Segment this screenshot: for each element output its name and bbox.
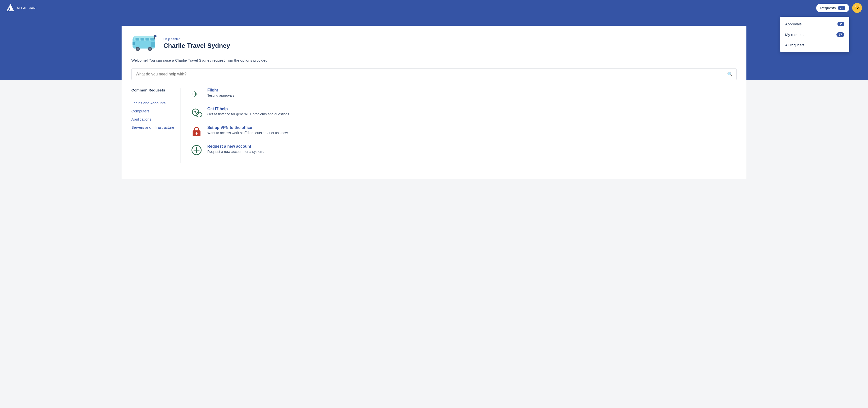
search-icon: 🔍	[727, 71, 733, 77]
it-help-title[interactable]: Get IT help	[207, 107, 737, 111]
dropdown-item-all-requests[interactable]: All requests	[780, 40, 849, 50]
new-account-icon	[191, 144, 203, 156]
svg-rect-15	[154, 35, 155, 39]
dropdown-item-my-requests[interactable]: My requests 27	[780, 29, 849, 40]
atlassian-logo-icon	[6, 3, 15, 12]
svg-point-14	[149, 48, 151, 50]
flight-title[interactable]: Flight	[207, 88, 737, 92]
nav-item-applications[interactable]: Applications	[131, 117, 175, 121]
dropdown-my-requests-badge: 27	[836, 32, 844, 37]
svg-text:✈: ✈	[192, 90, 199, 99]
avatar-emoji: 🐱	[854, 5, 861, 11]
new-account-details: Request a new account Request a new acco…	[207, 144, 737, 154]
it-help-description: Get assistance for general IT problems a…	[207, 112, 737, 116]
svg-text:···: ···	[198, 114, 200, 116]
content-layout: Common Requests Logins and Accounts Comp…	[131, 88, 737, 163]
welcome-text: Welcome! You can raise a Charlie Travel …	[131, 58, 737, 62]
requests-count-badge: 29	[838, 6, 845, 10]
dropdown-my-requests-label: My requests	[785, 33, 805, 37]
help-center-label: Help center	[163, 37, 230, 41]
svg-rect-10	[132, 42, 135, 45]
svg-rect-7	[146, 38, 149, 41]
atlassian-label: ATLASSIAN	[17, 6, 36, 10]
header: ATLASSIAN Requests 29 🐱 Approvals 2 My r…	[0, 0, 868, 16]
requests-list: ✈ Flight Testing approvals ? ···	[181, 88, 737, 163]
vpn-description: Want to access work stuff from outside? …	[207, 131, 737, 135]
nav-item-logins[interactable]: Logins and Accounts	[131, 101, 175, 105]
main-section: Common Requests Logins and Accounts Comp…	[122, 80, 746, 179]
bus-icon	[131, 34, 159, 53]
svg-rect-6	[140, 38, 144, 41]
vpn-icon	[191, 125, 203, 137]
dropdown-approvals-label: Approvals	[785, 22, 802, 26]
logo-area: ATLASSIAN	[6, 3, 36, 12]
new-account-title[interactable]: Request a new account	[207, 144, 737, 149]
flight-description: Testing approvals	[207, 93, 737, 97]
it-help-icon: ? ···	[191, 107, 203, 119]
svg-point-12	[136, 48, 139, 50]
portal-title-area: Help center Charlie Travel Sydney	[163, 37, 230, 50]
request-item-it-help: ? ··· Get IT help Get assistance for gen…	[191, 107, 737, 119]
dropdown-all-requests-label: All requests	[785, 43, 804, 47]
search-container: 🔍	[131, 68, 737, 80]
new-account-description: Request a new account for a system.	[207, 150, 737, 154]
flight-details: Flight Testing approvals	[207, 88, 737, 97]
vpn-title[interactable]: Set up VPN to the office	[207, 125, 737, 130]
svg-text:?: ?	[194, 111, 196, 115]
header-right: Requests 29 🐱 Approvals 2 My requests 27…	[816, 3, 862, 13]
hero-section: Help center Charlie Travel Sydney Welcom…	[0, 16, 868, 80]
request-item-new-account: Request a new account Request a new acco…	[191, 144, 737, 156]
svg-rect-5	[135, 38, 139, 41]
portal-title: Charlie Travel Sydney	[163, 42, 230, 50]
svg-rect-9	[151, 42, 155, 47]
dropdown-item-approvals[interactable]: Approvals 2	[780, 19, 849, 29]
svg-marker-16	[155, 35, 157, 37]
avatar[interactable]: 🐱	[852, 3, 862, 13]
nav-item-servers[interactable]: Servers and Infrastructure	[131, 125, 175, 129]
request-item-vpn: Set up VPN to the office Want to access …	[191, 125, 737, 137]
nav-title: Common Requests	[131, 88, 175, 92]
svg-rect-8	[150, 38, 154, 41]
svg-rect-25	[196, 133, 197, 135]
flight-icon: ✈	[191, 88, 203, 100]
hero-content: Help center Charlie Travel Sydney Welcom…	[122, 26, 746, 80]
requests-label: Requests	[820, 6, 836, 10]
requests-button[interactable]: Requests 29	[816, 4, 849, 12]
it-help-details: Get IT help Get assistance for general I…	[207, 107, 737, 116]
nav-divider	[131, 97, 146, 97]
search-input[interactable]	[131, 68, 737, 80]
portal-header: Help center Charlie Travel Sydney	[131, 34, 737, 53]
dropdown-approvals-badge: 2	[837, 22, 844, 26]
request-item-flight: ✈ Flight Testing approvals	[191, 88, 737, 100]
left-nav: Common Requests Logins and Accounts Comp…	[131, 88, 181, 163]
vpn-details: Set up VPN to the office Want to access …	[207, 125, 737, 135]
requests-dropdown: Approvals 2 My requests 27 All requests	[780, 17, 849, 52]
nav-item-computers[interactable]: Computers	[131, 109, 175, 113]
